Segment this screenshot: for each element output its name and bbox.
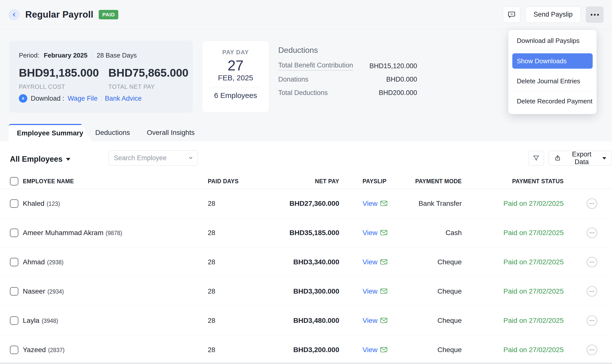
tab-label: Deductions xyxy=(95,129,130,136)
view-payslip-link[interactable]: View xyxy=(363,317,377,325)
search-employee-field[interactable] xyxy=(109,150,198,166)
comment-button[interactable] xyxy=(503,6,520,23)
paid-days-cell: 28 xyxy=(208,258,215,266)
employee-name-cell: Layla(3948) xyxy=(23,317,58,325)
deduction-row: Total Deductions BHD200.000 xyxy=(278,89,417,97)
view-payslip-link[interactable]: View xyxy=(363,287,377,295)
payment-mode-cell: Cash xyxy=(397,229,462,237)
back-button[interactable] xyxy=(8,9,20,20)
triangle-down-icon xyxy=(66,158,70,161)
export-data-button[interactable]: Export Data xyxy=(549,151,612,166)
row-actions-button[interactable] xyxy=(586,344,598,356)
deduction-row: Donations BHD0.000 xyxy=(278,75,417,84)
deductions-summary: Deductions Total Benefit Contribution BH… xyxy=(278,42,417,102)
employee-id: (9878) xyxy=(106,230,122,236)
row-actions-button[interactable] xyxy=(586,227,598,239)
comment-icon xyxy=(507,10,516,19)
payment-mode-cell: Bank Transfer xyxy=(397,200,462,208)
employee-name-cell: Ahmad(2938) xyxy=(23,258,63,266)
search-employee-input[interactable] xyxy=(114,154,188,162)
employee-name: Yazeed xyxy=(23,346,46,354)
triangle-down-icon xyxy=(602,157,606,159)
row-actions-button[interactable] xyxy=(586,286,598,297)
table-row: Khaled(123) 28 BHD27,360.000 View Bank T… xyxy=(0,189,612,218)
divider xyxy=(210,87,261,87)
column-employee-name: EMPLOYEE NAME xyxy=(23,178,74,184)
row-checkbox[interactable] xyxy=(10,346,18,354)
view-payslip-link[interactable]: View xyxy=(363,229,377,237)
tab-label: Employee Summary xyxy=(17,129,83,137)
payslip-cell: View xyxy=(363,258,388,266)
send-payslip-button[interactable]: Send Payslip xyxy=(525,6,581,23)
employee-name: Layla xyxy=(23,317,39,324)
total-benefit-contribution-label[interactable]: Total Benefit Contribution xyxy=(278,61,353,71)
row-actions-button[interactable] xyxy=(586,315,598,326)
employee-id: (2837) xyxy=(48,347,64,353)
row-actions-button[interactable] xyxy=(586,198,598,209)
chevron-left-icon xyxy=(12,12,17,17)
tab-employee-summary[interactable]: Employee Summary xyxy=(9,124,92,141)
row-actions-button[interactable] xyxy=(586,256,598,268)
wage-file-link[interactable]: Wage File xyxy=(68,95,98,102)
row-checkbox[interactable] xyxy=(10,287,18,296)
payslip-cell: View xyxy=(363,200,388,208)
row-checkbox[interactable] xyxy=(10,229,18,237)
total-net-pay-value: BHD75,865.000 xyxy=(108,66,188,79)
view-payslip-link[interactable]: View xyxy=(363,258,377,266)
filter-icon xyxy=(532,154,540,162)
more-button[interactable] xyxy=(586,6,604,23)
menu-item-label: Delete Journal Entries xyxy=(512,77,580,85)
total-net-pay-label: TOTAL NET PAY xyxy=(108,83,155,90)
row-checkbox[interactable] xyxy=(10,199,18,208)
total-deductions-value: BHD200.000 xyxy=(379,89,417,97)
deduction-row: Total Benefit Contribution BHD15,120.000 xyxy=(278,62,417,70)
menu-item-download-all-payslips[interactable]: Download all Payslips xyxy=(508,31,597,51)
employee-name: Ameer Muhammad Akram xyxy=(23,229,103,237)
donations-value: BHD0.000 xyxy=(386,76,417,83)
period-label: Period: xyxy=(19,52,39,59)
bank-advice-link[interactable]: Bank Advice xyxy=(105,95,142,102)
employee-name: Naseer xyxy=(23,287,45,295)
payment-status-cell: Paid on 27/02/2025 xyxy=(489,229,564,237)
table-row: Ahmad(2938) 28 BHD3,340.000 View Cheque … xyxy=(0,247,612,277)
employee-id: (2938) xyxy=(47,259,63,266)
donations-label: Donations xyxy=(278,76,308,83)
employee-id: (2934) xyxy=(47,288,64,295)
net-pay-cell: BHD3,300.000 xyxy=(265,287,339,295)
column-payment-mode: PAYMENT MODE xyxy=(397,178,462,184)
tab-deductions[interactable]: Deductions xyxy=(95,124,130,141)
view-payslip-link[interactable]: View xyxy=(363,200,377,208)
topbar-left: Regular Payroll PAID xyxy=(8,9,118,20)
total-benefit-contribution-value: BHD15,120.000 xyxy=(369,62,417,70)
payday-label: PAY DAY xyxy=(202,49,269,56)
bottom-scroll-strip[interactable] xyxy=(0,363,612,364)
export-data-label: Export Data xyxy=(564,151,599,166)
employee-name-cell: Yazeed(2837) xyxy=(23,346,64,354)
payroll-summary-card: Period: February 2025 28 Base Days BHD91… xyxy=(9,41,193,113)
menu-item-delete-recorded-payment[interactable]: Delete Recorded Payment xyxy=(508,91,597,111)
row-checkbox[interactable] xyxy=(10,316,18,325)
paid-days-cell: 28 xyxy=(208,200,215,207)
employee-filter-label: All Employees xyxy=(10,155,62,164)
employee-filter-dropdown[interactable]: All Employees xyxy=(10,152,70,167)
select-all-checkbox[interactable] xyxy=(10,177,18,185)
payment-status-cell: Paid on 27/02/2025 xyxy=(489,346,564,354)
menu-item-label: Show Downloads xyxy=(512,53,593,69)
payment-mode-cell: Cheque xyxy=(397,317,462,325)
paid-days-cell: 28 xyxy=(208,317,215,324)
employee-name: Ahmad xyxy=(23,258,45,266)
menu-item-delete-journal-entries[interactable]: Delete Journal Entries xyxy=(508,71,597,91)
table-header: EMPLOYEE NAME PAID DAYS NET PAY PAYSLIP … xyxy=(0,174,612,189)
net-pay-cell: BHD3,340.000 xyxy=(265,258,339,266)
filter-button[interactable] xyxy=(528,151,544,166)
total-deductions-label: Total Deductions xyxy=(278,89,328,97)
view-payslip-link[interactable]: View xyxy=(363,346,377,354)
table-row: Layla(3948) 28 BHD3,480.000 View Cheque … xyxy=(0,306,612,335)
menu-item-show-downloads[interactable]: Show Downloads xyxy=(508,51,597,71)
tab-overall-insights[interactable]: Overall Insights xyxy=(147,124,195,141)
period-row: Period: February 2025 28 Base Days xyxy=(19,52,137,59)
topbar: Regular Payroll PAID Send Payslip xyxy=(0,0,612,29)
payment-status-cell: Paid on 27/02/2025 xyxy=(489,317,564,325)
row-checkbox[interactable] xyxy=(10,258,18,266)
table-row: Naseer(2934) 28 BHD3,300.000 View Cheque… xyxy=(0,277,612,306)
